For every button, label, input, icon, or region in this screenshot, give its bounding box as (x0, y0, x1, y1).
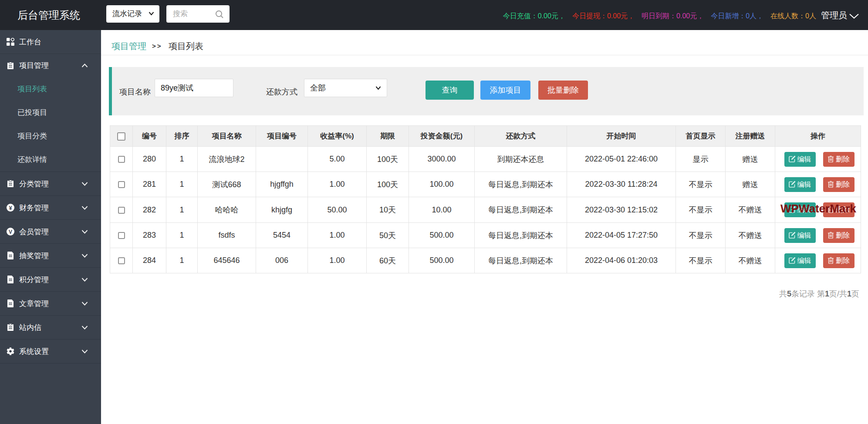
svg-text:¥: ¥ (9, 205, 12, 211)
svg-text:V: V (9, 229, 12, 235)
